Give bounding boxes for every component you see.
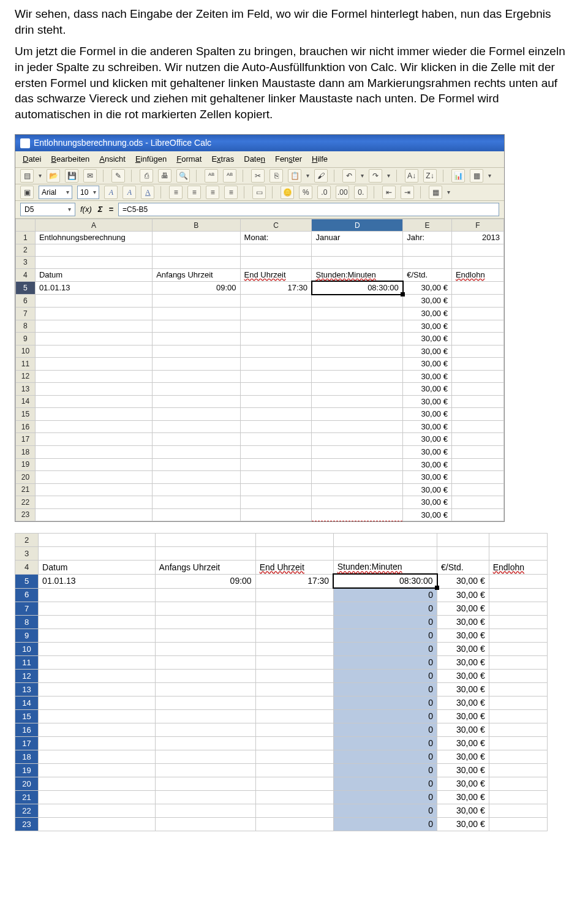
cell[interactable] — [451, 508, 503, 521]
cell[interactable]: 01.01.13 — [35, 281, 152, 295]
menu-view[interactable]: Ansicht — [97, 153, 128, 166]
spellcheck-icon[interactable]: ᴬᴮ — [205, 169, 218, 183]
cell[interactable]: Stunden:Minuten — [333, 561, 437, 574]
cell[interactable] — [312, 471, 403, 484]
cell[interactable]: 0 — [333, 709, 437, 723]
cell[interactable] — [312, 320, 403, 333]
cell[interactable] — [312, 458, 403, 471]
menu-data[interactable]: Daten — [241, 153, 268, 166]
cell[interactable] — [451, 383, 503, 396]
cell[interactable] — [35, 471, 152, 484]
col-header-f[interactable]: F — [451, 219, 503, 232]
cell[interactable] — [240, 408, 312, 421]
cell[interactable]: 0 — [333, 696, 437, 709]
cell[interactable]: Entlohnungsberechnung — [35, 232, 152, 244]
cell[interactable]: 30,00 € — [403, 307, 452, 320]
save-icon[interactable]: 💾 — [65, 169, 78, 183]
cell[interactable] — [39, 804, 156, 817]
spreadsheet-grid[interactable]: A B C D E F 1EntlohnungsberechnungMonat:… — [15, 219, 504, 521]
cell[interactable] — [451, 281, 503, 295]
sort-asc-icon[interactable]: A↓ — [405, 169, 418, 183]
cell[interactable] — [39, 534, 156, 547]
cell[interactable] — [489, 682, 547, 696]
cell[interactable] — [155, 588, 255, 602]
cell[interactable]: 08:30:00 — [333, 574, 437, 588]
cell[interactable]: End Uhrzeit — [240, 268, 312, 281]
cell[interactable] — [312, 370, 403, 383]
cell[interactable] — [312, 483, 403, 496]
cell[interactable] — [153, 471, 240, 484]
cell[interactable] — [451, 370, 503, 383]
cell[interactable] — [39, 629, 156, 642]
border-icon[interactable]: ▦ — [429, 186, 442, 199]
cell[interactable] — [35, 483, 152, 496]
row-header[interactable]: 9 — [15, 629, 39, 642]
cell[interactable] — [153, 358, 240, 371]
row-header[interactable]: 13 — [16, 383, 36, 396]
cell[interactable] — [240, 358, 312, 371]
row-header[interactable]: 21 — [15, 790, 39, 804]
cell[interactable]: 30,00 € — [403, 471, 452, 484]
cell[interactable] — [255, 629, 333, 642]
sigma-icon[interactable]: Σ — [97, 204, 104, 215]
formula-bar[interactable]: D5 ▾ f(x) Σ = =C5-B5 — [15, 201, 504, 219]
dropdown-icon[interactable]: ▾ — [306, 172, 309, 180]
col-header-e[interactable]: E — [403, 219, 452, 232]
remove-decimal-icon[interactable]: 0. — [354, 186, 368, 199]
cell[interactable] — [489, 602, 547, 615]
row-header[interactable]: 7 — [16, 307, 36, 320]
indent-less-icon[interactable]: ⇤ — [382, 186, 396, 199]
cell[interactable] — [437, 534, 489, 547]
cell[interactable] — [255, 588, 333, 602]
menu-window[interactable]: Fenster — [273, 153, 304, 166]
cell[interactable] — [39, 709, 156, 723]
cell[interactable] — [489, 777, 547, 790]
cell[interactable]: 30,00 € — [437, 642, 489, 655]
row-header[interactable]: 8 — [15, 615, 39, 629]
cell[interactable] — [39, 547, 156, 561]
cell[interactable] — [153, 496, 240, 509]
row-header[interactable]: 12 — [16, 370, 36, 383]
row-header[interactable]: 18 — [16, 446, 36, 459]
dropdown-icon[interactable]: ▾ — [488, 172, 491, 180]
cell[interactable]: 30,00 € — [437, 615, 489, 629]
row-header[interactable]: 11 — [16, 358, 36, 371]
cell[interactable] — [451, 295, 503, 308]
cell[interactable] — [153, 244, 240, 256]
cell[interactable] — [451, 358, 503, 371]
cell[interactable] — [255, 777, 333, 790]
cell[interactable]: 30,00 € — [403, 383, 452, 396]
menu-help[interactable]: Hilfe — [309, 153, 330, 166]
cell[interactable]: 30,00 € — [403, 420, 452, 433]
cell[interactable] — [312, 358, 403, 371]
cell[interactable] — [451, 256, 503, 268]
cell[interactable]: Anfangs Uhrzeit — [155, 561, 255, 574]
row-header[interactable]: 23 — [15, 817, 39, 831]
cell[interactable] — [240, 471, 312, 484]
cell[interactable] — [255, 736, 333, 750]
row-header[interactable]: 12 — [15, 669, 39, 682]
cell[interactable] — [35, 508, 152, 521]
cell[interactable] — [489, 736, 547, 750]
font-size-combo[interactable]: 10 ▾ — [77, 186, 99, 199]
cell[interactable] — [35, 256, 152, 268]
cell[interactable] — [312, 333, 403, 345]
row-header[interactable]: 3 — [16, 256, 36, 268]
edit-icon[interactable]: ✎ — [111, 169, 125, 183]
font-name-combo[interactable]: Arial ▾ — [39, 186, 72, 199]
bold-icon[interactable]: A — [104, 186, 118, 199]
cell[interactable] — [153, 345, 240, 358]
menu-tools[interactable]: Extras — [209, 153, 236, 166]
align-left-icon[interactable]: ≡ — [169, 186, 183, 199]
cell[interactable] — [333, 547, 437, 561]
cell[interactable]: 30,00 € — [403, 320, 452, 333]
cell[interactable] — [255, 602, 333, 615]
cell[interactable]: 0 — [333, 736, 437, 750]
cell[interactable] — [39, 817, 156, 831]
align-right-icon[interactable]: ≡ — [206, 186, 219, 199]
cell[interactable] — [451, 496, 503, 509]
cell[interactable]: 30,00 € — [437, 574, 489, 588]
cell[interactable]: 30,00 € — [437, 723, 489, 736]
cell[interactable] — [312, 295, 403, 308]
standard-toolbar[interactable]: ▤ ▾ 📂 💾 ✉ ✎ ⎙ 🖶 🔍 ᴬᴮ ᴬᴮ ✂ ⎘ 📋 ▾ 🖌 ↶ ▾ ↷ … — [15, 168, 504, 184]
